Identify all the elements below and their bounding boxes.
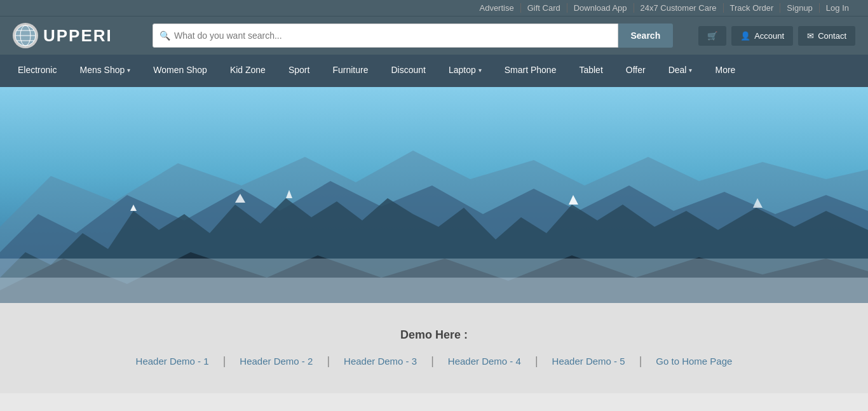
nav-mens-shop[interactable]: Mens Shop▾ [68,55,142,87]
header-actions: 🛒 👤 Account ✉ Contact [698,26,855,46]
chevron-down-icon: ▾ [478,67,482,74]
nav-mens-shop-label: Mens Shop [79,65,125,75]
nav-offer-label: Offer [626,65,646,75]
demo-title: Demo Here : [13,328,855,342]
nav-sport-label: Sport [288,65,309,75]
nav-kid-zone[interactable]: Kid Zone [219,55,277,87]
demo-separator: | [220,354,229,368]
cart-button[interactable]: 🛒 [698,26,726,46]
header-demo-2[interactable]: Header Demo - 2 [228,356,324,367]
nav-deal[interactable]: Deal▾ [657,55,704,87]
contact-label: Contact [818,31,846,41]
demo-separator: | [637,354,645,368]
login-link[interactable]: Log In [820,3,855,13]
nav-discount-label: Discount [391,65,425,75]
demo-separator: | [428,354,437,368]
search-icon: 🔍 [159,30,170,41]
header-demo-1[interactable]: Header Demo - 1 [125,356,220,367]
header-demo-4[interactable]: Header Demo - 4 [437,356,532,367]
main-header: UPPERI 🔍 Search 🛒 👤 Account ✉ Contact [0,16,868,55]
download-app-link[interactable]: Download App [567,3,634,13]
nav-laptop[interactable]: Laptop▾ [437,55,493,87]
nav-sport[interactable]: Sport [277,55,321,87]
nav-deal-label: Deal [668,65,687,75]
hero-banner [0,87,868,303]
chevron-down-icon: ▾ [689,67,692,74]
nav-smart-phone-label: Smart Phone [505,65,557,75]
envelope-icon: ✉ [807,31,814,41]
track-order-link[interactable]: Track Order [724,3,781,13]
nav-discount[interactable]: Discount [379,55,437,87]
nav-women-shop[interactable]: Women Shop [142,55,219,87]
nav-laptop-label: Laptop [449,65,476,75]
nav-kid-zone-label: Kid Zone [230,65,266,75]
nav-tablet-label: Tablet [579,65,602,75]
search-button[interactable]: Search [618,24,674,48]
logo-icon [13,23,38,48]
demo-section: Demo Here : Header Demo - 1|Header Demo … [0,303,868,393]
header-demo-3[interactable]: Header Demo - 3 [332,356,428,367]
nav-furniture-label: Furniture [332,65,368,75]
header-demo-5[interactable]: Header Demo - 5 [541,356,637,367]
demo-separator: | [532,354,541,368]
account-icon: 👤 [740,31,750,41]
account-button[interactable]: 👤 Account [731,26,793,46]
signup-link[interactable]: Signup [780,3,819,13]
logo-text: UPPERI [43,26,112,46]
nav-furniture[interactable]: Furniture [321,55,379,87]
search-input[interactable] [174,30,611,41]
go-home-link[interactable]: Go to Home Page [644,356,743,367]
nav-more[interactable]: More [703,55,747,87]
nav-electronic[interactable]: Electronic [6,55,68,87]
nav-tablet[interactable]: Tablet [567,55,614,87]
nav-offer[interactable]: Offer [614,55,657,87]
nav-women-shop-label: Women Shop [153,65,207,75]
nav-bar: ElectronicMens Shop▾Women ShopKid ZoneSp… [0,55,868,87]
demo-links: Header Demo - 1|Header Demo - 2|Header D… [13,354,855,368]
logo-area[interactable]: UPPERI [13,23,140,48]
cart-icon: 🛒 [707,31,717,41]
search-input-wrap: 🔍 [153,24,618,48]
advertise-link[interactable]: Advertise [473,3,520,13]
utility-bar: AdvertiseGift CardDownload App24x7 Custo… [0,0,868,16]
nav-electronic-label: Electronic [18,65,57,75]
demo-separator: | [324,354,332,368]
nav-more-label: More [715,65,735,75]
nav-smart-phone[interactable]: Smart Phone [493,55,568,87]
account-label: Account [754,31,784,41]
gift-card-link[interactable]: Gift Card [521,3,567,13]
svg-rect-16 [0,278,868,303]
customer-care-link[interactable]: 24x7 Customer Care [634,3,724,13]
search-area: 🔍 Search [153,24,673,48]
contact-button[interactable]: ✉ Contact [798,26,855,46]
chevron-down-icon: ▾ [127,67,130,74]
